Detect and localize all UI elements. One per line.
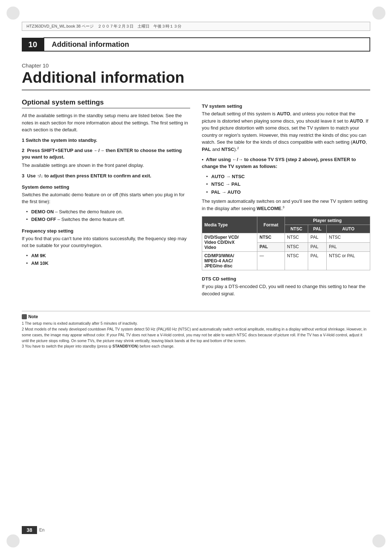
right-column: TV system setting The default setting of… (202, 98, 370, 300)
chapter-header-band: 10 Additional information (22, 37, 370, 52)
big-chapter-title: Additional information (22, 69, 370, 90)
bullet-ntsc-pal: NTSC → PAL (206, 181, 370, 188)
step-2: 2 Press SHIFT+SETUP and use ←/→ then ENT… (22, 147, 190, 160)
file-header: HTZ363DVD_EN_WL.book 38 ページ ２００７年２月３日 土曜… (22, 22, 370, 31)
note-box: Note 1 The setup menu is exited automati… (22, 311, 370, 349)
note-icon (22, 314, 27, 319)
step-1: 1 Switch the system into standby. (22, 137, 190, 144)
bullet-pal-auto: PAL → AUTO (206, 189, 370, 196)
main-content: Chapter 10 Additional information Option… (22, 62, 370, 300)
table-header-player-setting: Player setting (285, 217, 370, 225)
freq-step-bullets: AM 9K AM 10K (26, 252, 190, 267)
two-column-layout: Optional system settings All the availab… (22, 98, 370, 300)
table-cell-pal-auto: PAL (327, 242, 370, 252)
corner-decoration-bl (7, 534, 20, 547)
page-number: 38 (22, 526, 37, 534)
table-cell-cd-ntsc: NTSC (285, 252, 308, 270)
table-cell-cd-pal: PAL (308, 252, 327, 270)
system-demo-text: Switches the automatic demo feature on o… (22, 191, 190, 205)
table-cell-ntsc-pal: PAL (308, 233, 327, 243)
table-row: CD/MP3/WMA/MPEG-4 AAC/JPEG/no disc — NTS… (202, 252, 370, 270)
table-cell-cd-format: — (257, 252, 285, 270)
note-line-1: 1 The setup menu is exited automatically… (22, 321, 370, 327)
player-setting-table: Media Type Format Player setting NTSC PA… (202, 216, 370, 270)
tv-system-heading: TV system setting (202, 103, 370, 109)
tv-system-bullet-intro: • After using ←/→ to choose TV SYS (step… (202, 156, 370, 170)
table-header-pal: PAL (308, 225, 327, 233)
corner-decoration-tl (7, 7, 20, 20)
table-cell-ntsc-auto: NTSC (327, 233, 370, 243)
table-cell-format-ntsc: NTSC (257, 233, 285, 243)
page-language: En (39, 528, 45, 533)
table-row: DVD/Super VCD/Video CD/DivXVideo NTSC NT… (202, 233, 370, 243)
table-header-auto: AUTO (327, 225, 370, 233)
dts-cd-heading: DTS CD setting (202, 276, 370, 282)
bullet-demo-on: DEMO ON – Switches the demo feature on. (26, 208, 190, 216)
note-line-3: 3 You have to switch the player into sta… (22, 344, 370, 349)
chapter-number: 10 (22, 38, 44, 52)
dts-cd-text: If you play a DTS-encoded CD, you will n… (202, 283, 370, 297)
freq-step-text: If you find that you can't tune into sta… (22, 235, 190, 249)
table-header-format: Format (257, 217, 285, 233)
bullet-demo-off: DEMO OFF – Switches the demo feature off… (26, 216, 190, 223)
system-demo-heading: System demo setting (22, 184, 190, 190)
intro-text: All the available settings in the standb… (22, 112, 190, 134)
bullet-auto-ntsc: AUTO → NTSC (206, 173, 370, 180)
table-cell-format-pal: PAL (257, 242, 285, 252)
tv-system-change-bullets: AUTO → NTSC NTSC → PAL PAL → AUTO (206, 173, 370, 196)
table-cell-pal-pal: PAL (308, 242, 327, 252)
tv-system-text1: The default setting of this system is AU… (202, 110, 370, 153)
table-cell-pal-ntsc: NTSC (285, 242, 308, 252)
optional-settings-heading: Optional system settings (22, 98, 190, 108)
table-cell-ntsc-ntsc: NTSC (285, 233, 308, 243)
chapter-header-title: Additional information (44, 37, 370, 52)
left-column: Optional system settings All the availab… (22, 98, 190, 269)
dts-cd-section: DTS CD setting If you play a DTS-encoded… (202, 276, 370, 297)
table-cell-media-dvd: DVD/Super VCD/Video CD/DivXVideo (202, 233, 257, 252)
page-footer: 38 En (22, 526, 45, 534)
system-demo-bullets: DEMO ON – Switches the demo feature on. … (26, 208, 190, 223)
note-title: Note (22, 314, 370, 319)
step-3: 3 Use ↑/↓ to adjust then press ENTER to … (22, 173, 190, 179)
note-line-2: 2 Most models of the newly developed cou… (22, 327, 370, 344)
bullet-am10k: AM 10K (26, 260, 190, 267)
table-header-media: Media Type (202, 217, 257, 233)
freq-step-heading: Frequency step setting (22, 228, 190, 234)
step-2-sub: The available settings are shown in the … (22, 162, 190, 169)
table-header-ntsc: NTSC (285, 225, 308, 233)
tv-system-after-bullets: The system automatically switches on and… (202, 198, 370, 212)
chapter-label: Chapter 10 (22, 62, 370, 69)
corner-decoration-br (372, 534, 385, 547)
bullet-am9k: AM 9K (26, 252, 190, 259)
table-cell-media-cd: CD/MP3/WMA/MPEG-4 AAC/JPEG/no disc (202, 252, 257, 270)
corner-decoration-tr (372, 7, 385, 20)
table-cell-cd-auto: NTSC or PAL (327, 252, 370, 270)
